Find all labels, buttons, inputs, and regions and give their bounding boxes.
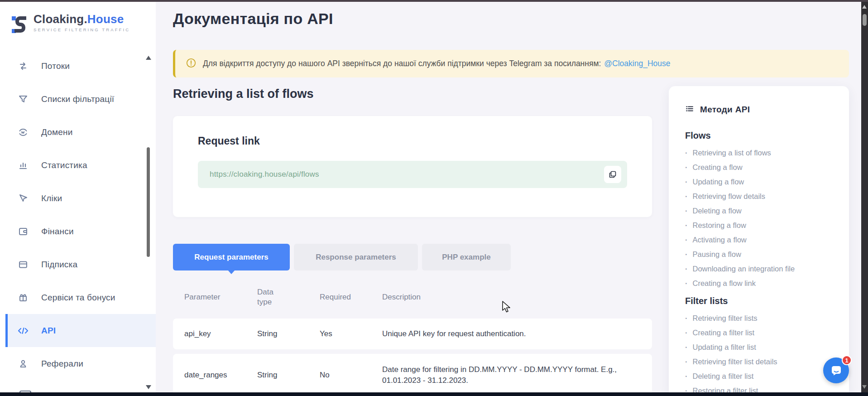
sidebar-nav: Потоки Списки фільтрації Домени Статисти…: [0, 49, 156, 380]
method-link[interactable]: Retrieving filter list details: [685, 354, 838, 369]
table-row: api_key String Yes Unique API key for re…: [173, 319, 652, 349]
method-link[interactable]: Pausing a flow: [685, 247, 838, 261]
sidebar-scrollbar-thumb[interactable]: [147, 147, 150, 257]
logo-mark-icon: [11, 13, 29, 38]
sidebar-scroll-down-arrow[interactable]: [146, 385, 151, 389]
sidebar-item-finance[interactable]: Фінанси: [0, 215, 156, 248]
app-screen: Cloaking.House SERVICE FILTERING TRAFFIC…: [0, 0, 868, 396]
filter-funnel-icon: [17, 94, 29, 105]
cell-required: No: [320, 371, 382, 380]
sidebar-item-label: Домени: [41, 127, 73, 137]
methods-title: Методи API: [700, 105, 750, 115]
method-link[interactable]: Creating a filter list: [685, 325, 838, 340]
sidebar-item-label: Потоки: [41, 61, 70, 71]
cell-parameter: api_key: [184, 329, 257, 338]
method-link[interactable]: Retrieving filter lists: [685, 311, 838, 325]
request-link-title: Request link: [198, 135, 627, 147]
sidebar: Cloaking.House SERVICE FILTERING TRAFFIC…: [0, 2, 156, 392]
api-access-alert: Для відкриття доступу до нашого API звер…: [173, 50, 849, 77]
method-link[interactable]: Retrieving flow details: [685, 189, 838, 203]
method-link[interactable]: Deleting a flow: [685, 203, 838, 218]
chat-bubble-icon: [830, 364, 843, 377]
support-chat-button[interactable]: 1: [823, 357, 849, 383]
sidebar-item-domains[interactable]: Домени: [0, 116, 156, 149]
method-link[interactable]: Updating a flow: [685, 174, 838, 189]
sidebar-item-label: Реферали: [41, 359, 83, 369]
parameter-tabs: Request parameters Response parameters P…: [173, 244, 511, 270]
subscription-card-icon: [17, 259, 29, 270]
warning-icon: [186, 58, 196, 70]
method-link[interactable]: Activating a flow: [685, 232, 838, 247]
api-methods-panel: Методи API Flows Retrieving a list of fl…: [669, 86, 849, 396]
filter-lists-method-list: Retrieving filter lists Creating a filte…: [685, 311, 838, 396]
finance-wallet-icon: [17, 226, 29, 237]
table-row: date_ranges String No Date range for fil…: [173, 354, 652, 396]
sidebar-item-services[interactable]: Сервіси та бонуси: [0, 281, 156, 314]
cell-data-type: String: [257, 371, 320, 380]
table-header-row: Parameter Data type Required Description: [173, 285, 652, 310]
method-link[interactable]: Retrieving a list of flows: [685, 145, 838, 160]
list-icon: [685, 104, 694, 115]
referrals-person-icon: [17, 358, 29, 369]
flows-sync-icon: [17, 61, 29, 72]
sidebar-item-subscription[interactable]: Підписка: [0, 248, 156, 281]
clicks-cursor-icon: [17, 193, 29, 204]
services-gift-icon: [17, 292, 29, 303]
logo[interactable]: Cloaking.House SERVICE FILTERING TRAFFIC: [11, 13, 130, 38]
page-scroll-down-arrow[interactable]: [862, 385, 867, 389]
page-scroll-up-arrow[interactable]: [862, 5, 867, 9]
tab-response-parameters[interactable]: Response parameters: [294, 244, 418, 270]
domain-globe-icon: [17, 127, 29, 138]
column-header-description: Description: [382, 293, 652, 302]
brand-name: Cloaking.House: [34, 13, 130, 26]
column-header-required: Required: [320, 293, 382, 302]
methods-header: Методи API: [685, 104, 838, 115]
sidebar-item-api[interactable]: API: [5, 314, 156, 347]
cell-data-type: String: [257, 329, 320, 338]
tab-php-example[interactable]: PHP example: [422, 244, 511, 270]
sidebar-scroll-up-arrow[interactable]: [146, 56, 151, 60]
alert-text: Для відкриття доступу до нашого API звер…: [203, 59, 601, 68]
method-link[interactable]: Downloading an integration file: [685, 261, 838, 276]
cell-parameter: date_ranges: [184, 371, 257, 380]
copy-icon: [609, 170, 617, 179]
sidebar-item-label: Кліки: [41, 193, 62, 203]
sidebar-item-label: Статистика: [41, 160, 87, 170]
method-link[interactable]: Restoring a flow: [685, 218, 838, 232]
request-url: https://cloaking.house/api/flows: [210, 170, 319, 179]
sidebar-item-statistics[interactable]: Статистика: [0, 149, 156, 182]
telegram-link[interactable]: @Cloaking_House: [604, 59, 670, 68]
logo-text: Cloaking.House SERVICE FILTERING TRAFFIC: [34, 13, 130, 32]
statistics-bars-icon: [17, 160, 29, 171]
page-title: Документація по API: [173, 10, 333, 28]
section-title: Retrieving a list of flows: [173, 87, 314, 101]
sidebar-item-label: API: [41, 326, 56, 336]
chat-unread-badge: 1: [842, 355, 852, 365]
method-link[interactable]: Deleting a filter list: [685, 369, 838, 383]
method-link[interactable]: Creating a flow link: [685, 276, 838, 290]
methods-group-flows: Flows: [685, 130, 838, 141]
cell-description: Date range for filtering in DD.MM.YYYY -…: [382, 364, 652, 386]
column-header-parameter: Parameter: [184, 293, 257, 302]
sidebar-item-clicks[interactable]: Кліки: [0, 182, 156, 215]
sidebar-item-referrals[interactable]: Реферали: [0, 347, 156, 380]
sidebar-item-label: Сервіси та бонуси: [41, 293, 115, 303]
cell-description: Unique API key for request authenticatio…: [382, 328, 652, 339]
sidebar-item-filter-lists[interactable]: Списки фільтрації: [0, 82, 156, 116]
tab-request-parameters[interactable]: Request parameters: [173, 244, 290, 270]
method-link[interactable]: Creating a flow: [685, 160, 838, 174]
request-link-card: Request link https://cloaking.house/api/…: [173, 116, 652, 217]
sidebar-item-label: Підписка: [41, 260, 77, 270]
copy-url-button[interactable]: [604, 166, 621, 183]
methods-group-filter-lists: Filter lists: [685, 296, 838, 306]
cell-required: Yes: [320, 329, 382, 338]
method-link[interactable]: Updating a filter list: [685, 340, 838, 354]
sidebar-item-flows[interactable]: Потоки: [0, 49, 156, 82]
api-code-icon: [17, 325, 29, 336]
mouse-cursor: [502, 301, 512, 315]
page-scrollbar: [861, 2, 868, 392]
page-scrollbar-thumb[interactable]: [863, 14, 867, 26]
sidebar-item-label: Списки фільтрації: [41, 94, 114, 104]
sidebar-item-label: Фінанси: [41, 227, 74, 237]
flows-method-list: Retrieving a list of flows Creating a fl…: [685, 145, 838, 290]
